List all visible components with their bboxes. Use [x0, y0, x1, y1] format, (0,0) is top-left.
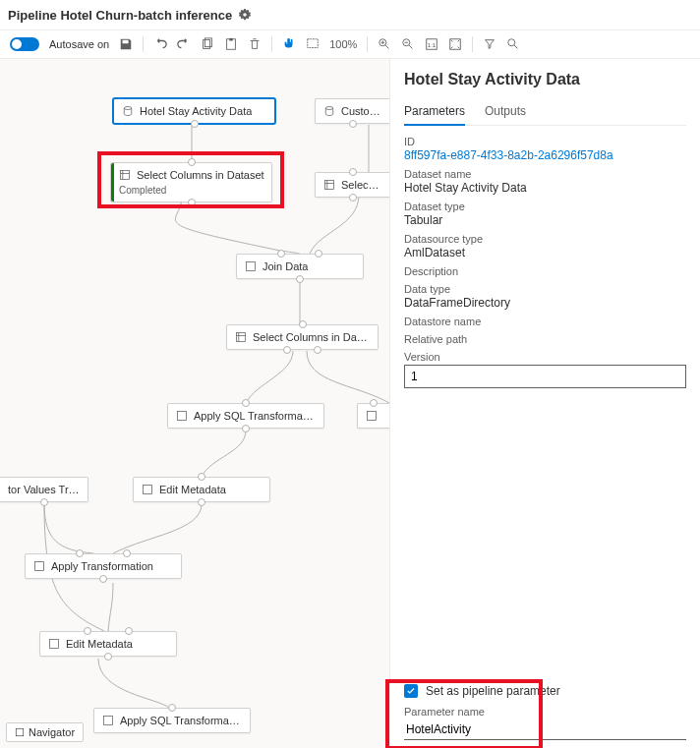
- toolbar: Autosave on 100% 1:1: [0, 29, 700, 59]
- input-version[interactable]: [404, 365, 686, 388]
- zoom-out-icon[interactable]: [401, 37, 415, 51]
- module-icon: [323, 179, 335, 191]
- svg-rect-16: [237, 333, 246, 342]
- node-apply-sql-1[interactable]: Apply SQL Transformation: [167, 403, 324, 429]
- value-dataset-type: Tabular: [404, 213, 686, 227]
- label-version: Version: [404, 351, 686, 363]
- node-values-trans[interactable]: tor Values Trans...: [0, 477, 88, 502]
- label-description: Description: [404, 265, 686, 277]
- node-apply-transformation[interactable]: Apply Transformation: [25, 553, 182, 579]
- module-icon: [102, 715, 114, 726]
- node-hotel-stay-data[interactable]: Hotel Stay Activity Data: [113, 98, 275, 124]
- gear-icon[interactable]: [238, 8, 252, 22]
- select-icon[interactable]: [306, 37, 320, 51]
- svg-rect-19: [144, 486, 152, 494]
- panel-title: Hotel Stay Activity Data: [404, 71, 686, 88]
- module-icon: [235, 331, 247, 343]
- properties-panel: Hotel Stay Activity Data Parameters Outp…: [389, 59, 700, 748]
- tab-parameters[interactable]: Parameters: [404, 100, 465, 126]
- fit-real-icon[interactable]: 1:1: [425, 37, 438, 51]
- dataset-icon: [122, 105, 134, 117]
- paste-icon[interactable]: [224, 37, 238, 51]
- page-title: Pipeline Hotel Churn-batch inference: [8, 8, 232, 23]
- copy-icon[interactable]: [201, 37, 214, 51]
- svg-rect-14: [325, 181, 334, 190]
- map-icon: [15, 727, 25, 737]
- header: Pipeline Hotel Churn-batch inference: [0, 0, 700, 29]
- label-set-param: Set as pipeline parameter: [426, 684, 560, 698]
- label-id: ID: [404, 136, 686, 147]
- autosave-label: Autosave on: [49, 38, 109, 50]
- label-datastore: Datastore name: [404, 316, 686, 327]
- tab-outputs[interactable]: Outputs: [485, 100, 526, 125]
- save-icon[interactable]: [119, 37, 133, 51]
- module-icon: [245, 260, 257, 272]
- module-icon: [48, 638, 60, 650]
- svg-point-12: [325, 107, 333, 110]
- node-select-columns-1[interactable]: Select Columns in Dataset Completed: [110, 162, 272, 202]
- dataset-icon: [323, 105, 335, 117]
- svg-rect-18: [368, 412, 377, 421]
- svg-rect-4: [308, 39, 319, 48]
- node-apply-sql-2[interactable]: Apply SQL Transformation: [93, 708, 251, 733]
- svg-rect-21: [50, 640, 59, 649]
- svg-rect-22: [104, 717, 113, 725]
- input-param-name[interactable]: [404, 719, 686, 740]
- search-icon[interactable]: [506, 37, 520, 51]
- node-edit-metadata-1[interactable]: Edit Metadata: [133, 477, 270, 502]
- value-datatype: DataFrameDirectory: [404, 296, 686, 310]
- label-relpath: Relative path: [404, 333, 686, 345]
- module-icon: [119, 169, 131, 181]
- svg-rect-23: [16, 728, 24, 736]
- svg-rect-15: [247, 262, 256, 271]
- svg-rect-3: [229, 38, 233, 41]
- label-param-name: Parameter name: [404, 706, 686, 718]
- module-icon: [176, 410, 188, 422]
- value-datasource: AmlDataset: [404, 246, 686, 259]
- svg-rect-20: [35, 562, 44, 571]
- module-icon: [366, 410, 378, 422]
- value-id[interactable]: 8ff597fa-e887-4f33-8a2b-2a6296f57d8a: [404, 148, 686, 162]
- zoom-level: 100%: [329, 38, 357, 50]
- pipeline-canvas[interactable]: Hotel Stay Activity Data Customer Dat Se…: [0, 59, 389, 748]
- filter-icon[interactable]: [483, 37, 496, 51]
- undo-icon[interactable]: [153, 37, 167, 51]
- node-edit-m[interactable]: Edit M: [357, 403, 389, 429]
- value-dataset-name: Hotel Stay Activity Data: [404, 181, 686, 195]
- svg-rect-13: [121, 171, 130, 180]
- pan-icon[interactable]: [282, 37, 296, 51]
- node-customer-data[interactable]: Customer Dat: [315, 98, 389, 124]
- label-dataset-type: Dataset type: [404, 201, 686, 212]
- node-select-columns-2[interactable]: Select Columns in Dataset: [226, 324, 379, 350]
- svg-point-11: [124, 107, 132, 110]
- redo-icon[interactable]: [177, 37, 191, 51]
- module-icon: [142, 484, 153, 495]
- node-join-data[interactable]: Join Data: [236, 254, 364, 279]
- fit-screen-icon[interactable]: [448, 37, 462, 51]
- zoom-in-icon[interactable]: [378, 37, 391, 51]
- panel-tabs: Parameters Outputs: [404, 100, 686, 126]
- checkbox-set-param[interactable]: [404, 684, 418, 698]
- check-icon: [406, 686, 416, 696]
- label-datatype: Data type: [404, 283, 686, 295]
- module-icon: [33, 560, 45, 572]
- node-edit-metadata-2[interactable]: Edit Metadata: [39, 631, 177, 657]
- label-datasource: Datasource type: [404, 233, 686, 245]
- svg-rect-17: [178, 412, 187, 421]
- autosave-toggle[interactable]: [10, 37, 39, 51]
- node-select-columns-right[interactable]: Select Colum: [315, 172, 389, 198]
- navigator-button[interactable]: Navigator: [6, 722, 84, 742]
- svg-point-10: [508, 39, 515, 46]
- delete-icon[interactable]: [248, 37, 262, 51]
- label-dataset-name: Dataset name: [404, 168, 686, 180]
- svg-text:1:1: 1:1: [428, 41, 437, 48]
